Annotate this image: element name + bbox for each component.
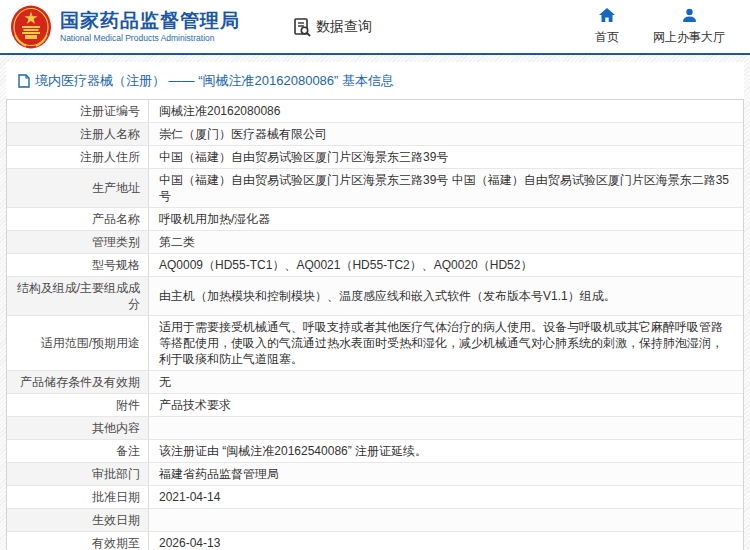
row-value: 福建省药品监督管理局 bbox=[149, 463, 743, 485]
row-label: 注册人名称 bbox=[7, 123, 149, 145]
row-value: 该注册证由 “闽械注准20162540086” 注册证延续。 bbox=[149, 440, 743, 462]
row-label: 产品名称 bbox=[7, 208, 149, 230]
row-label: 管理类别 bbox=[7, 231, 149, 253]
row-label: 注册人住所 bbox=[7, 146, 149, 168]
row-label: 适用范围/预期用途 bbox=[7, 316, 149, 370]
row-value: 2026-04-13 bbox=[149, 532, 743, 550]
breadcrumb: 境内医疗器械（注册） —— “闽械注准20162080086” 基本信息 bbox=[6, 62, 744, 99]
row-value: 由主机（加热模块和控制模块）、温度感应线和嵌入式软件（发布版本号V1.1）组成。 bbox=[149, 277, 743, 315]
main-content: 境内医疗器械（注册） —— “闽械注准20162080086” 基本信息 注册证… bbox=[6, 62, 744, 550]
table-row: 产品储存条件及有效期无 bbox=[7, 371, 743, 394]
site-logo[interactable]: 国家药品监督管理局 National Medical Products Admi… bbox=[10, 5, 240, 49]
site-header: 国家药品监督管理局 National Medical Products Admi… bbox=[0, 0, 750, 53]
row-label: 注册证编号 bbox=[7, 100, 149, 122]
row-value: 2021-04-14 bbox=[149, 486, 743, 508]
row-value: 产品技术要求 bbox=[149, 394, 743, 416]
row-value: 中国（福建）自由贸易试验区厦门片区海景东三路39号 bbox=[149, 146, 743, 168]
row-label: 备注 bbox=[7, 440, 149, 462]
row-value: 适用于需要接受机械通气、呼吸支持或者其他医疗气体治疗的病人使用。设备与呼吸机或其… bbox=[149, 316, 743, 370]
row-value: 崇仁（厦门）医疗器械有限公司 bbox=[149, 123, 743, 145]
row-value: 中国（福建）自由贸易试验区厦门片区海景东三路39号 中国（福建）自由贸易试验区厦… bbox=[149, 169, 743, 207]
row-label: 有效期至 bbox=[7, 532, 149, 550]
row-value: AQ0009（HD55-TC1）、AQ0021（HD55-TC2）、AQ0020… bbox=[149, 254, 743, 276]
home-icon bbox=[599, 8, 615, 24]
row-label: 产品储存条件及有效期 bbox=[7, 371, 149, 393]
row-value bbox=[149, 417, 743, 439]
table-row: 产品名称呼吸机用加热/湿化器 bbox=[7, 208, 743, 231]
table-row: 审批部门福建省药品监督管理局 bbox=[7, 463, 743, 486]
table-row: 管理类别第二类 bbox=[7, 231, 743, 254]
table-row: 其他内容 bbox=[7, 417, 743, 440]
data-query-icon bbox=[292, 17, 312, 37]
table-row: 注册人住所中国（福建）自由贸易试验区厦门片区海景东三路39号 bbox=[7, 146, 743, 169]
row-value bbox=[149, 509, 743, 531]
row-label: 结构及组成/主要组成成分 bbox=[7, 277, 149, 315]
table-row: 附件产品技术要求 bbox=[7, 394, 743, 417]
user-icon bbox=[682, 8, 697, 24]
row-value: 闽械注准20162080086 bbox=[149, 100, 743, 122]
row-label: 其他内容 bbox=[7, 417, 149, 439]
table-row: 有效期至2026-04-13 bbox=[7, 532, 743, 550]
top-nav: 首页 网上办事大厅 bbox=[595, 8, 725, 46]
table-row: 批准日期2021-04-14 bbox=[7, 486, 743, 509]
table-row: 结构及组成/主要组成成分由主机（加热模块和控制模块）、温度感应线和嵌入式软件（发… bbox=[7, 277, 743, 316]
row-value: 无 bbox=[149, 371, 743, 393]
nav-data-query[interactable]: 数据查询 bbox=[292, 17, 372, 37]
nav-service-hall[interactable]: 网上办事大厅 bbox=[653, 8, 725, 46]
document-icon bbox=[18, 74, 30, 88]
header-divider bbox=[0, 53, 750, 55]
table-row: 生产地址中国（福建）自由贸易试验区厦门片区海景东三路39号 中国（福建）自由贸易… bbox=[7, 169, 743, 208]
org-title: 国家药品监督管理局 bbox=[60, 10, 240, 32]
row-label: 附件 bbox=[7, 394, 149, 416]
table-row: 型号规格AQ0009（HD55-TC1）、AQ0021（HD55-TC2）、AQ… bbox=[7, 254, 743, 277]
table-row: 备注该注册证由 “闽械注准20162540086” 注册证延续。 bbox=[7, 440, 743, 463]
row-label: 生效日期 bbox=[7, 509, 149, 531]
info-table: 注册证编号闽械注准20162080086注册人名称崇仁（厦门）医疗器械有限公司注… bbox=[6, 99, 744, 550]
org-subtitle: National Medical Products Administration bbox=[60, 34, 240, 44]
table-row: 注册人名称崇仁（厦门）医疗器械有限公司 bbox=[7, 123, 743, 146]
nav-home[interactable]: 首页 bbox=[595, 8, 619, 46]
row-label: 批准日期 bbox=[7, 486, 149, 508]
table-row: 注册证编号闽械注准20162080086 bbox=[7, 100, 743, 123]
row-label: 型号规格 bbox=[7, 254, 149, 276]
table-row: 适用范围/预期用途适用于需要接受机械通气、呼吸支持或者其他医疗气体治疗的病人使用… bbox=[7, 316, 743, 371]
page-title: 境内医疗器械（注册） —— “闽械注准20162080086” 基本信息 bbox=[35, 72, 394, 90]
table-row: 生效日期 bbox=[7, 509, 743, 532]
nav-service-hall-label: 网上办事大厅 bbox=[653, 29, 725, 46]
row-value: 第二类 bbox=[149, 231, 743, 253]
data-query-label: 数据查询 bbox=[316, 18, 372, 36]
row-label: 生产地址 bbox=[7, 169, 149, 207]
nav-home-label: 首页 bbox=[595, 29, 619, 46]
row-label: 审批部门 bbox=[7, 463, 149, 485]
national-emblem-icon bbox=[10, 5, 52, 49]
row-value: 呼吸机用加热/湿化器 bbox=[149, 208, 743, 230]
